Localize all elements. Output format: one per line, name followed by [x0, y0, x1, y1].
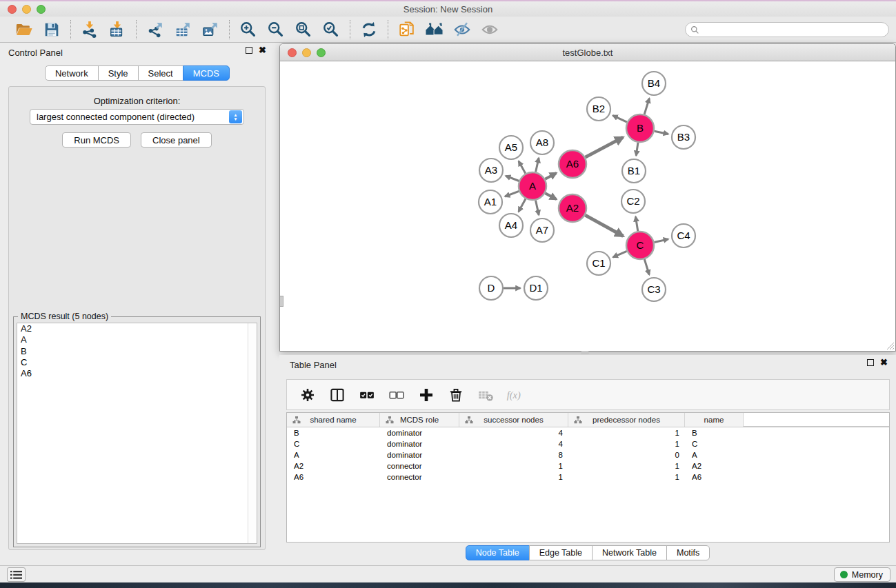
graph-node-C1[interactable]: C1: [587, 252, 610, 275]
gear-icon[interactable]: [299, 386, 317, 404]
table-cell[interactable]: B: [685, 429, 744, 437]
table-cell[interactable]: connector: [380, 473, 459, 481]
trash-icon[interactable]: [447, 386, 465, 404]
table-cell[interactable]: C: [287, 440, 380, 448]
graph-node-B3[interactable]: B3: [672, 125, 695, 149]
import-table-icon[interactable]: [106, 19, 129, 40]
zoom-window-button[interactable]: [37, 5, 46, 14]
graph-edge-A-A8[interactable]: [536, 158, 539, 172]
refresh-icon[interactable]: [357, 19, 381, 40]
export-network-icon[interactable]: [143, 19, 167, 40]
close-window-button[interactable]: [288, 48, 297, 57]
graph-edge-B-B3[interactable]: [655, 131, 668, 134]
export-image-icon[interactable]: [199, 19, 222, 40]
horizontal-splitter-handle[interactable]: [581, 351, 589, 354]
graph-edge-B-B4[interactable]: [644, 99, 649, 114]
table-cell[interactable]: 1: [459, 462, 568, 470]
close-panel-icon[interactable]: ✖: [880, 359, 888, 366]
network-window-titlebar[interactable]: testGlobe.txt: [280, 44, 895, 61]
graph-node-A3[interactable]: A3: [479, 159, 503, 182]
search-field[interactable]: [685, 22, 889, 37]
export-table-icon[interactable]: [171, 19, 195, 40]
graph-edge-B-B1[interactable]: [636, 143, 638, 156]
tab-motifs[interactable]: Motifs: [666, 545, 710, 560]
table-cell[interactable]: dominator: [380, 451, 459, 459]
table-cell[interactable]: A2: [287, 462, 380, 470]
graph-edge-A-A7[interactable]: [535, 201, 539, 215]
column-header-MCDS-role[interactable]: MCDS role: [380, 413, 459, 427]
graph-node-C2[interactable]: C2: [621, 190, 645, 213]
zoom-window-button[interactable]: [317, 48, 326, 57]
tab-style[interactable]: Style: [98, 65, 139, 81]
mcds-result-item[interactable]: A2: [17, 323, 257, 334]
column-header-name[interactable]: name: [685, 413, 744, 427]
table-row[interactable]: Bdominator41B: [287, 427, 889, 438]
graph-node-D[interactable]: D: [479, 276, 503, 300]
graph-node-B[interactable]: B: [626, 114, 654, 142]
table-cell[interactable]: A: [287, 451, 380, 459]
tab-network[interactable]: Network: [45, 65, 99, 81]
import-network-icon[interactable]: [78, 19, 101, 40]
table-cell[interactable]: dominator: [380, 429, 459, 437]
table-cell[interactable]: 1: [568, 473, 685, 481]
close-panel-button[interactable]: Close panel: [141, 132, 212, 148]
table-cell[interactable]: B: [287, 429, 380, 437]
table-cell[interactable]: connector: [380, 462, 459, 470]
graph-node-C[interactable]: C: [626, 232, 654, 259]
add-column-icon[interactable]: [417, 386, 435, 404]
table-cell[interactable]: 4: [459, 440, 568, 448]
float-panel-icon[interactable]: [867, 359, 874, 366]
graph-node-A8[interactable]: A8: [530, 131, 554, 154]
table-cell[interactable]: 4: [459, 429, 568, 437]
first-neighbors-icon[interactable]: [423, 19, 446, 40]
graph-edge-A6-B[interactable]: [586, 137, 624, 157]
tab-select[interactable]: Select: [138, 65, 183, 81]
graph-node-D1[interactable]: D1: [524, 276, 548, 300]
criterion-dropdown[interactable]: largest connected component (directed) ▲…: [30, 109, 244, 125]
table-cell[interactable]: dominator: [380, 440, 459, 448]
graph-edge-C-C2[interactable]: [635, 216, 637, 231]
table-cell[interactable]: 8: [459, 451, 568, 459]
column-header-predecessor-nodes[interactable]: predecessor nodes: [568, 413, 685, 427]
save-icon[interactable]: [40, 19, 63, 40]
new-network-from-selection-icon[interactable]: [395, 19, 419, 40]
graph-node-A5[interactable]: A5: [499, 136, 523, 159]
tab-network-table[interactable]: Network Table: [592, 545, 667, 560]
open-folder-icon[interactable]: [12, 19, 36, 40]
mcds-result-list[interactable]: A2ABCA6: [17, 323, 257, 544]
table-row[interactable]: Cdominator41C: [287, 438, 889, 449]
table-row[interactable]: A2connector11A2: [287, 460, 889, 472]
zoom-fit-icon[interactable]: [292, 19, 315, 40]
graph-node-A7[interactable]: A7: [530, 219, 554, 242]
minimize-window-button[interactable]: [302, 48, 311, 57]
column-header-shared-name[interactable]: shared name: [287, 413, 380, 427]
graph-edge-C-C4[interactable]: [654, 239, 668, 243]
zoom-out-icon[interactable]: [264, 19, 288, 40]
scrollbar-track[interactable]: [248, 323, 257, 543]
graph-node-A4[interactable]: A4: [499, 214, 523, 237]
deselect-all-icon[interactable]: [388, 386, 406, 404]
graph-node-A1[interactable]: A1: [479, 190, 502, 214]
graph-edge-A2-C[interactable]: [585, 215, 623, 236]
graph-node-A2[interactable]: A2: [559, 194, 586, 222]
graph-node-A6[interactable]: A6: [559, 150, 586, 178]
table-cell[interactable]: A6: [685, 473, 744, 481]
table-cell[interactable]: C: [685, 440, 744, 448]
minimize-window-button[interactable]: [22, 5, 31, 14]
graph-edge-A-A5[interactable]: [519, 161, 526, 174]
graph-edge-C-C3[interactable]: [644, 259, 649, 274]
memory-button[interactable]: Memory: [834, 567, 890, 582]
graph-node-B2[interactable]: B2: [587, 97, 610, 121]
table-cell[interactable]: 0: [568, 451, 685, 459]
table-cell[interactable]: 1: [459, 473, 568, 481]
mcds-result-item[interactable]: C: [17, 357, 257, 368]
table-cell[interactable]: 1: [568, 429, 685, 437]
graph-edge-C-C1[interactable]: [613, 251, 627, 257]
table-cell[interactable]: 1: [568, 440, 685, 448]
graph-edge-A-A6[interactable]: [545, 173, 556, 179]
resize-grip-icon[interactable]: [886, 341, 895, 350]
graph-node-C4[interactable]: C4: [672, 224, 695, 247]
splitter-handle[interactable]: [280, 296, 283, 307]
graph-edge-A-A2[interactable]: [545, 193, 556, 199]
tab-edge-table[interactable]: Edge Table: [529, 545, 593, 560]
